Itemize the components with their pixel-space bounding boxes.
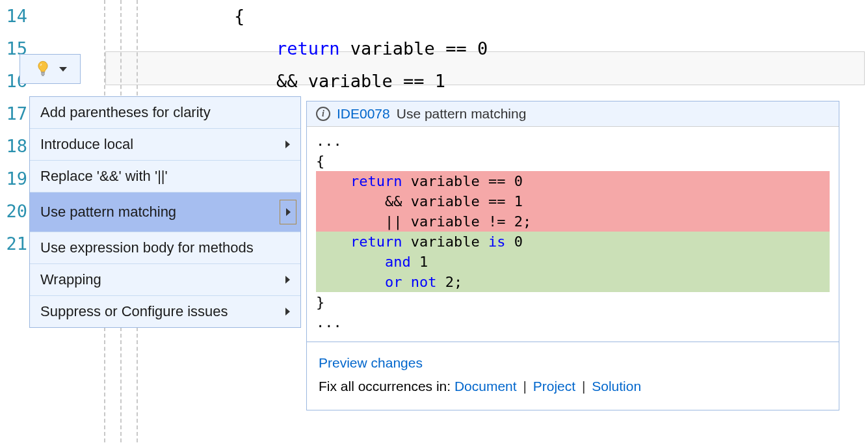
diff-removed-line: && variable == 1 [316,191,830,211]
diff-context: ... [316,131,830,151]
info-icon: i [316,107,330,121]
chevron-right-icon [286,208,291,216]
diff-removed-line: || variable != 2; [316,211,830,232]
lightbulb-icon [34,60,52,78]
quick-actions-menu: Add parentheses for clarity Introduce lo… [29,96,301,328]
diff-added-line: and 1 [316,252,830,272]
line-number: 14 [0,0,104,33]
keyword-return: return [276,38,340,59]
chevron-right-icon [285,308,290,315]
submenu-indicator [280,200,296,224]
menu-item-label: Add parentheses for clarity [40,104,211,121]
svg-rect-1 [41,74,45,75]
menu-item-wrapping[interactable]: Wrapping [30,264,300,296]
menu-item-label: Replace '&&' with '||' [40,168,168,185]
menu-item-label: Use pattern matching [40,204,176,221]
diff-context: ... [316,312,830,332]
code-line[interactable]: { [104,0,868,33]
chevron-right-icon [285,276,290,284]
preview-changes-link[interactable]: Preview changes [319,355,423,370]
preview-header: i IDE0078 Use pattern matching [307,101,839,127]
diff-context: { [316,151,830,171]
brace: { [234,6,244,26]
menu-item-use-pattern-matching[interactable]: Use pattern matching [30,193,300,232]
menu-item-suppress-configure[interactable]: Suppress or Configure issues [30,296,300,327]
rule-id-link[interactable]: IDE0078 [337,106,390,122]
diff-removed-line: return variable == 0 [316,171,830,191]
code-text: variable == 0 [340,38,488,59]
diff-added-line: return variable is 0 [316,232,830,252]
rule-title: Use pattern matching [397,106,527,122]
menu-item-label: Wrapping [40,271,101,288]
fix-occurrences-label: Fix all occurrences in: [319,379,454,394]
menu-item-label: Suppress or Configure issues [40,303,228,320]
menu-item-introduce-local[interactable]: Introduce local [30,129,300,161]
diff-context: } [316,292,830,312]
separator: | [519,379,531,394]
chevron-right-icon [285,141,290,148]
svg-rect-0 [41,72,45,74]
fix-solution-link[interactable]: Solution [592,379,641,394]
fix-project-link[interactable]: Project [533,379,575,394]
menu-item-label: Introduce local [40,136,133,153]
quick-actions-lightbulb[interactable] [20,54,81,84]
menu-item-add-parentheses[interactable]: Add parentheses for clarity [30,97,300,129]
menu-item-replace-and-or[interactable]: Replace '&&' with '||' [30,161,300,193]
chevron-down-icon [59,67,67,72]
separator: | [578,379,589,394]
preview-footer: Preview changes Fix all occurrences in: … [307,342,839,410]
diff-added-line: or not 2; [316,272,830,292]
code-line[interactable]: return variable == 0 [104,33,868,65]
menu-item-use-expression-body[interactable]: Use expression body for methods [30,232,300,264]
menu-item-label: Use expression body for methods [40,239,254,256]
code-fix-preview-panel: i IDE0078 Use pattern matching ... { ret… [306,101,839,410]
fix-document-link[interactable]: Document [454,379,517,394]
code-text: && variable == 1 [234,71,445,91]
svg-rect-2 [42,75,44,75]
diff-preview: ... { return variable == 0 && variable =… [307,127,839,342]
code-line[interactable]: && variable == 1 [104,65,868,98]
